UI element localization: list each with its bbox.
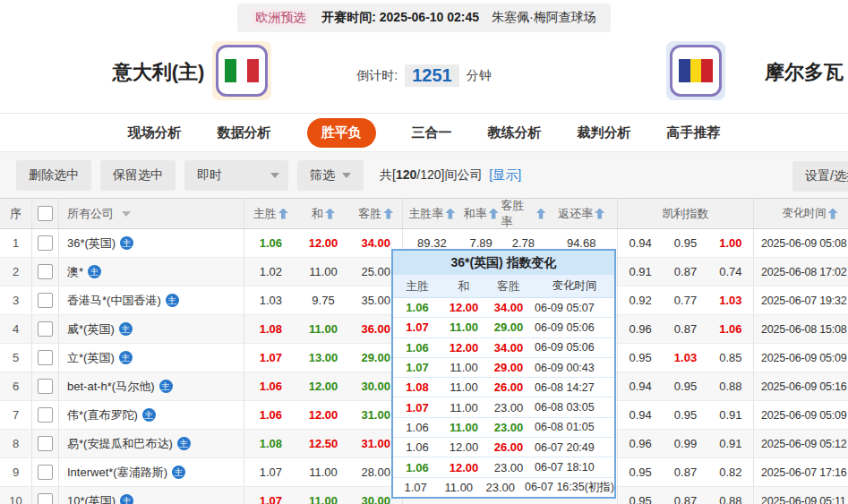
popup-time: 06-08 03:05 <box>531 401 614 414</box>
company-cell[interactable]: bet-at-h*(马尔他)主 <box>59 372 244 400</box>
popup-odds-away: 29.00 <box>486 361 531 374</box>
popup-odds-home: 1.06 <box>393 301 441 314</box>
company-name: 10*(英国) <box>67 493 116 504</box>
delete-selected-button[interactable]: 删除选中 <box>16 160 91 191</box>
company-cell[interactable]: Interwet*(塞浦路斯)主 <box>59 458 244 486</box>
row-checkbox[interactable] <box>38 493 53 504</box>
odds-cell: 1.0713.0029.00 <box>244 344 403 372</box>
sort-up-icon <box>325 209 335 219</box>
sort-up-icon <box>383 209 393 219</box>
row-checkbox-cell <box>32 344 59 372</box>
header-company[interactable]: 所有公司 <box>59 199 244 228</box>
header-seq: 序 <box>0 199 32 228</box>
away-team-name: 摩尔多瓦 <box>759 59 848 86</box>
tab-data-analysis[interactable]: 数据分析 <box>218 124 271 141</box>
sort-up-icon <box>278 209 288 219</box>
company-cell[interactable]: 香港马*(中国香港)主 <box>59 286 244 314</box>
row-index: 1 <box>0 229 32 257</box>
popup-row: 1.0612.0026.0006-07 20:49 <box>393 438 614 457</box>
company-name: Interwet*(塞浦路斯) <box>67 465 167 481</box>
chevron-down-icon <box>270 173 279 178</box>
kelly-home: 0.96 <box>618 437 663 450</box>
chevron-down-icon <box>342 173 351 178</box>
row-checkbox[interactable] <box>38 407 53 423</box>
kelly-away: 1.06 <box>708 322 753 336</box>
show-link[interactable]: [显示] <box>489 167 521 182</box>
popup-odds-home: 1.06 <box>393 440 441 454</box>
filter-dropdown[interactable]: 筛选 <box>297 160 364 191</box>
row-checkbox[interactable] <box>38 436 53 451</box>
match-info-box: 欧洲预选 开赛时间: 2025-06-10 02:45 朱塞佩·梅阿查球场 <box>237 4 611 32</box>
popup-header-away: 客胜 <box>486 278 531 295</box>
popup-time: 06-09 05:06 <box>531 321 614 334</box>
header-away-odds[interactable]: 客胜 <box>349 206 402 222</box>
company-cell[interactable]: 易*(安提瓜和巴布达)主 <box>59 430 244 457</box>
header-return-rate-label: 返还率 <box>558 206 593 222</box>
company-cell[interactable]: 威*(英国)主 <box>59 315 244 343</box>
popup-time: 06-09 05:06 <box>531 341 614 354</box>
popup-odds-draw: 11.00 <box>441 320 486 334</box>
home-indicator-icon: 主 <box>166 294 179 307</box>
company-cell[interactable]: 伟*(直布罗陀)主 <box>59 401 244 429</box>
header-return-rate[interactable]: 返还率 <box>545 206 617 222</box>
header-change-time[interactable]: 变化时间 <box>754 199 848 228</box>
row-checkbox[interactable] <box>38 350 53 365</box>
popup-time: 06-08 01:05 <box>531 421 614 433</box>
odds-draw: 11.00 <box>297 466 350 479</box>
header-home-rate[interactable]: 主胜率 <box>403 206 461 222</box>
select-all-checkbox[interactable] <box>38 206 53 221</box>
kelly-draw: 0.77 <box>663 294 707 307</box>
row-index: 3 <box>0 286 32 314</box>
row-checkbox[interactable] <box>38 293 53 308</box>
header-home-odds[interactable]: 主胜 <box>244 206 297 222</box>
company-cell[interactable]: 澳*主 <box>59 258 244 286</box>
header-draw-odds[interactable]: 和 <box>297 206 350 222</box>
popup-time: 06-07 18:10 <box>531 461 614 474</box>
time-mode-value: 即时 <box>197 167 222 184</box>
tab-win-draw-loss[interactable]: 胜平负 <box>307 118 376 148</box>
countdown-value: 1251 <box>405 64 459 87</box>
home-indicator-icon: 主 <box>142 408 156 422</box>
row-checkbox[interactable] <box>38 321 53 337</box>
popup-row: 1.0811.0026.0006-08 14:27 <box>393 378 614 397</box>
kelly-cell: 0.920.771.03 <box>618 286 754 314</box>
odds-cell: 1.0811.0036.00 <box>244 315 403 343</box>
kelly-away: 0.82 <box>708 466 753 479</box>
keep-selected-button[interactable]: 保留选中 <box>100 160 176 191</box>
tab-expert-recommend[interactable]: 高手推荐 <box>667 124 721 141</box>
popup-time: 06-09 05:07 <box>531 302 614 314</box>
popup-odds-home: 1.08 <box>393 380 441 394</box>
popup-odds-draw: 11.00 <box>438 481 479 494</box>
company-name: 立*(英国) <box>67 350 115 366</box>
row-checkbox-cell <box>32 487 59 504</box>
odds-home: 1.07 <box>244 494 297 504</box>
tab-coach-analysis[interactable]: 教练分析 <box>488 124 542 141</box>
tab-referee-analysis[interactable]: 裁判分析 <box>578 124 631 141</box>
company-cell[interactable]: 立*(英国)主 <box>59 344 244 372</box>
popup-odds-draw: 11.00 <box>441 401 486 414</box>
row-checkbox[interactable] <box>38 235 53 251</box>
row-checkbox[interactable] <box>38 465 53 480</box>
kelly-away: 1.00 <box>708 236 753 250</box>
row-checkbox[interactable] <box>38 264 53 279</box>
sort-up-icon <box>828 209 838 219</box>
company-cell[interactable]: 10*(英国)主 <box>59 487 244 504</box>
odds-cell: 1.0711.0028.00 <box>244 458 403 486</box>
tab-live-analysis[interactable]: 现场分析 <box>128 124 182 141</box>
odds-draw: 11.00 <box>297 322 350 336</box>
row-checkbox-cell <box>32 458 59 486</box>
settings-button[interactable]: 设置/选择 <box>792 161 848 192</box>
popup-odds-home: 1.06 <box>393 461 441 474</box>
row-checkbox-cell <box>32 286 59 314</box>
kelly-cell: 0.960.871.06 <box>618 315 754 343</box>
header-draw-rate[interactable]: 和率 <box>461 206 501 222</box>
sort-up-icon <box>595 209 604 219</box>
header-away-rate[interactable]: 客胜率 <box>501 198 546 230</box>
row-checkbox-cell <box>32 372 59 400</box>
row-checkbox[interactable] <box>38 379 53 394</box>
tab-three-in-one[interactable]: 三合一 <box>412 124 452 141</box>
odds-cell: 1.039.7535.00 <box>244 286 403 314</box>
time-mode-dropdown[interactable]: 即时 <box>184 160 288 191</box>
company-cell[interactable]: 36*(英国)主 <box>59 229 244 257</box>
kelly-away: 0.85 <box>708 351 753 364</box>
